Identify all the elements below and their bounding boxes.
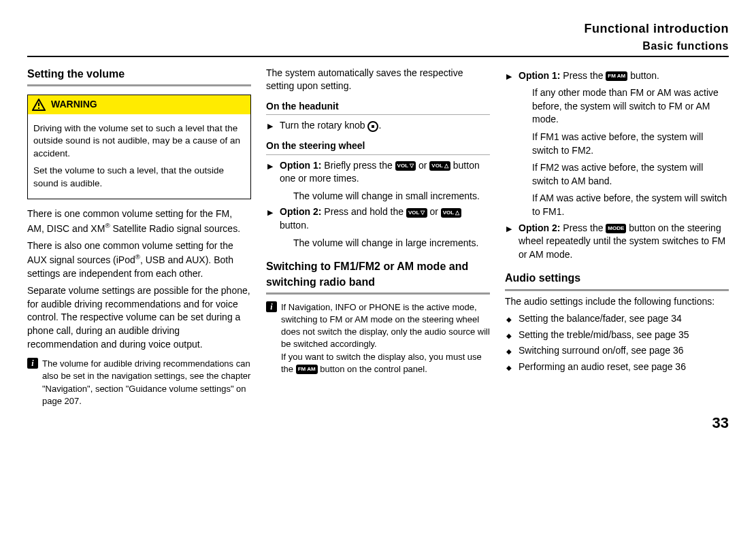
step-list: Turn the rotary knob . bbox=[266, 119, 490, 133]
mode-key-icon: MODE bbox=[606, 224, 626, 233]
option-label: Option 2: bbox=[519, 222, 560, 233]
list-item: Option 1: Press the FM AM button. If any… bbox=[505, 69, 729, 219]
list-item: Setting the balance/fader, see page 34 bbox=[505, 312, 729, 326]
list-item: Performing an audio reset, see page 36 bbox=[505, 361, 729, 374]
step-list: Option 1: Press the FM AM button. If any… bbox=[505, 69, 729, 262]
list-item: Option 1: Briefly press the VOL ▽ or VOL… bbox=[266, 159, 490, 203]
diamond-bullet-icon bbox=[505, 312, 513, 326]
info-text: If Navigation, INFO or PHONE is the acti… bbox=[281, 301, 490, 375]
option-label: Option 1: bbox=[519, 70, 560, 81]
vol-up-key-icon: VOL △ bbox=[429, 161, 450, 171]
list-item: Option 2: Press the MODE button on the s… bbox=[505, 222, 729, 262]
vol-down-key-icon: VOL ▽ bbox=[406, 208, 427, 218]
triangle-bullet-icon bbox=[266, 205, 274, 250]
registered-mark: ® bbox=[105, 222, 110, 229]
paragraph: If AM was active before, the system will… bbox=[519, 192, 729, 218]
warning-text-2: Set the volume to such a level, that the… bbox=[33, 165, 245, 190]
paragraph: The system automatically saves the respe… bbox=[266, 67, 490, 93]
step-followup: The volume will change in small incremen… bbox=[280, 190, 490, 203]
warning-box: WARNING Driving with the volume set to s… bbox=[27, 95, 251, 199]
heading-audio-settings: Audio settings bbox=[505, 271, 729, 290]
column-1: Setting the volume WARNING Driving with … bbox=[27, 67, 251, 407]
info-icon: i bbox=[27, 358, 38, 369]
heading-setting-volume: Setting the volume bbox=[27, 67, 251, 86]
paragraph: Separate volume settings are possible fo… bbox=[27, 284, 251, 351]
warning-label: WARNING bbox=[51, 98, 97, 112]
triangle-bullet-icon bbox=[266, 159, 274, 203]
paragraph: There is also one common volume setting … bbox=[27, 239, 251, 280]
vol-down-key-icon: VOL ▽ bbox=[395, 161, 416, 171]
triangle-bullet-icon bbox=[505, 69, 513, 219]
list-item: Setting the treble/mid/bass, see page 35 bbox=[505, 329, 729, 342]
step-followup: The volume will change in large incremen… bbox=[280, 237, 490, 250]
triangle-bullet-icon bbox=[505, 222, 513, 262]
warning-header: WARNING bbox=[28, 95, 250, 114]
bullet-list: Setting the balance/fader, see page 34 S… bbox=[505, 312, 729, 373]
diamond-bullet-icon bbox=[505, 329, 513, 342]
option-label: Option 2: bbox=[280, 206, 321, 217]
triangle-bullet-icon bbox=[266, 119, 274, 133]
info-text: The volume for audible driving recommend… bbox=[42, 358, 251, 407]
content-columns: Setting the volume WARNING Driving with … bbox=[27, 67, 729, 407]
header-chapter: Functional introduction bbox=[27, 20, 729, 37]
column-3: Option 1: Press the FM AM button. If any… bbox=[505, 67, 729, 407]
registered-mark: ® bbox=[135, 253, 140, 261]
warning-triangle-icon bbox=[32, 99, 46, 111]
warning-text-1: Driving with the volume set to such a le… bbox=[33, 122, 245, 161]
page-number: 33 bbox=[27, 413, 729, 434]
diamond-bullet-icon bbox=[505, 361, 513, 374]
option-label: Option 1: bbox=[280, 160, 321, 171]
paragraph: If any other mode than FM or AM was acti… bbox=[519, 86, 729, 127]
paragraph: If FM2 was active before, the system wil… bbox=[519, 161, 729, 188]
column-2: The system automatically saves the respe… bbox=[266, 67, 490, 407]
step-text: Turn the rotary knob bbox=[280, 120, 367, 131]
paragraph: The audio settings include the following… bbox=[505, 295, 729, 309]
header-section: Basic functions bbox=[27, 39, 729, 56]
diamond-bullet-icon bbox=[505, 344, 513, 358]
heading-switching-mode: Switching to FM1/FM2 or AM mode and swit… bbox=[266, 259, 490, 295]
paragraph: If FM1 was active before, the system wil… bbox=[519, 131, 729, 157]
step-list: Option 1: Briefly press the VOL ▽ or VOL… bbox=[266, 159, 490, 250]
info-note: i If Navigation, INFO or PHONE is the ac… bbox=[266, 301, 490, 375]
warning-body: Driving with the volume set to such a le… bbox=[28, 114, 250, 199]
svg-rect-1 bbox=[38, 103, 39, 106]
info-note: i The volume for audible driving recomme… bbox=[27, 358, 251, 407]
info-icon: i bbox=[266, 301, 277, 312]
rotary-knob-icon bbox=[367, 121, 378, 132]
fm-am-key-icon: FM AM bbox=[296, 365, 318, 374]
paragraph: There is one common volume setting for t… bbox=[27, 207, 251, 235]
list-item: Switching surround on/off, see page 36 bbox=[505, 344, 729, 358]
svg-rect-2 bbox=[38, 107, 39, 109]
list-item: Turn the rotary knob . bbox=[266, 119, 490, 133]
subheading-headunit: On the headunit bbox=[266, 100, 490, 116]
fm-am-key-icon: FM AM bbox=[606, 71, 627, 81]
list-item: Option 2: Press and hold the VOL ▽ or VO… bbox=[266, 205, 490, 250]
subheading-steering-wheel: On the steering wheel bbox=[266, 139, 490, 155]
vol-up-key-icon: VOL △ bbox=[441, 208, 462, 218]
